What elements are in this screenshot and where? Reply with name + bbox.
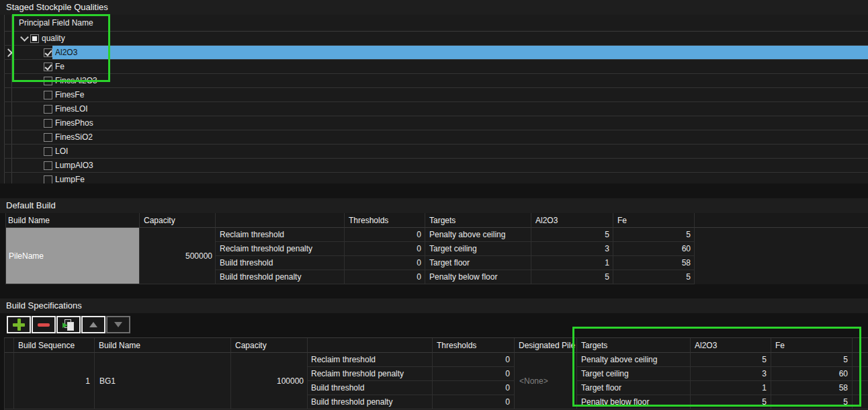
threshold-rows: Reclaim threshold 0 Reclaim threshold pe… [308,353,515,409]
move-up-button[interactable] [81,316,105,333]
checkbox-finesal2o3[interactable] [44,77,52,85]
checkbox-fe[interactable] [44,63,52,71]
tree-row-lumpal03[interactable]: LumpAlO3 [4,159,868,173]
al2o3-value[interactable]: 1 [691,381,771,395]
fe-value[interactable]: 60 [771,367,853,381]
row-header-cell [4,74,12,87]
tree-item-label[interactable]: Fe [52,60,868,73]
threshold-value[interactable]: 0 [345,242,425,256]
col-header-fe: Fe [613,213,695,228]
capacity-cell[interactable]: 100000 [231,353,308,409]
fe-value[interactable]: 58 [771,381,853,395]
checkbox-finesloi[interactable] [44,105,52,114]
threshold-value[interactable]: 0 [345,256,425,270]
tree-item-label[interactable]: LumpFe [52,173,868,183]
row-header-cell [4,32,12,45]
build-sequence-cell[interactable]: 1 [14,353,95,409]
tree-item-label[interactable]: quality [39,32,868,45]
checkbox-lumpfe[interactable] [44,175,52,184]
al2o3-value[interactable]: 5 [531,228,613,242]
build-name-cell[interactable]: BG1 [95,353,231,409]
copy-build-button[interactable] [56,316,81,333]
threshold-value[interactable]: 0 [433,367,515,381]
row-header-cell [4,159,12,172]
chevron-down-icon [20,33,29,42]
checkbox-quality[interactable] [30,34,39,43]
filler-cell [853,381,868,395]
tree-item-label[interactable]: LOI [52,145,868,158]
col-header-capacity: Capacity [231,338,308,353]
threshold-label: Build threshold [216,256,345,270]
tree-item-label[interactable]: FinesFe [52,88,868,101]
fe-value[interactable]: 5 [613,228,695,242]
threshold-label: Build threshold penalty [308,395,433,409]
threshold-value[interactable]: 0 [345,228,425,242]
al2o3-value[interactable]: 1 [531,256,613,270]
expander[interactable] [19,37,30,40]
threshold-label: Reclaim threshold [308,353,433,367]
qualities-section-title: Staged Stockpile Qualities [0,0,868,15]
target-label: Penalty above ceiling [577,353,691,367]
fe-value[interactable]: 58 [613,256,695,270]
threshold-label: Build threshold [308,381,433,395]
tree-item-label[interactable]: LumpAlO3 [52,159,868,172]
tree-item-label[interactable]: FinesPhos [52,116,868,130]
checkbox-finesphos[interactable] [44,119,52,128]
tree-row-loi[interactable]: LOI [4,145,868,159]
copy-icon [62,319,75,331]
checkbox-al2o3[interactable] [44,48,52,57]
fe-value[interactable]: 5 [771,353,853,367]
al2o3-value[interactable]: 3 [691,367,771,381]
col-header-blank [216,213,345,228]
col-header-thresholds: Thresholds [433,338,515,353]
default-build-header-row: Build Name Capacity Thresholds Targets A… [5,213,868,228]
al2o3-value[interactable]: 5 [531,270,613,284]
threshold-value[interactable]: 0 [433,381,515,395]
checkbox-finessio2[interactable] [44,133,52,142]
tree-item-label[interactable]: FinesSiO2 [52,130,868,144]
minus-icon [38,323,50,327]
checkbox-finesfe[interactable] [44,91,52,99]
tree-row-finesal2o3[interactable]: FinesAl2O3 [4,74,868,88]
threshold-value[interactable]: 0 [433,353,515,367]
row-selector-cell[interactable] [5,353,14,409]
tree-row-fe[interactable]: Fe [4,60,868,74]
tree-row-finesfe[interactable]: FinesFe [4,88,868,102]
col-header-row-selector [5,338,14,353]
tree-item-label[interactable]: FinesAl2O3 [52,74,868,87]
al2o3-value[interactable]: 5 [691,353,771,367]
checkbox-lumpal03[interactable] [44,161,52,170]
row-header-cell [4,60,12,73]
fe-value[interactable]: 5 [613,270,695,284]
filler-cell [853,395,868,409]
target-rows: Penalty above ceiling 5 5 Target ceiling… [577,353,868,409]
move-down-button[interactable] [106,316,130,333]
fe-value[interactable]: 60 [613,242,695,256]
remove-build-button[interactable] [32,316,56,333]
designated-pile-cell[interactable]: <None> [515,353,577,409]
checkbox-loi[interactable] [44,147,52,156]
al2o3-value[interactable]: 3 [531,242,613,256]
capacity-cell[interactable]: 500000 [140,228,216,284]
tree-item-label[interactable]: FinesLOI [52,102,868,116]
col-header-al2o3: Al2O3 [531,213,613,228]
tree-row-finesphos[interactable]: FinesPhos [4,116,868,130]
threshold-value[interactable]: 0 [433,395,515,409]
tree-row-lumpfe[interactable]: LumpFe [4,173,868,183]
filler-cell [853,353,868,367]
fe-value[interactable]: 5 [771,395,853,409]
threshold-value[interactable]: 0 [345,270,425,284]
tree-row-al2o3[interactable]: Al2O3 [4,46,868,60]
build-specs-toolbar [7,316,130,333]
add-build-button[interactable] [7,316,31,333]
col-header-filler [853,338,868,353]
tree-row-finesloi[interactable]: FinesLOI [4,102,868,116]
al2o3-value[interactable]: 5 [691,395,771,409]
tree-row-quality[interactable]: quality [4,32,868,46]
row-header-cell [4,102,12,116]
build-name-cell[interactable]: PileName [6,228,140,284]
col-header-capacity: Capacity [140,213,216,228]
tree-row-finessio2[interactable]: FinesSiO2 [4,130,868,145]
arrow-up-icon [89,322,97,327]
tree-item-label[interactable]: Al2O3 [52,46,868,59]
